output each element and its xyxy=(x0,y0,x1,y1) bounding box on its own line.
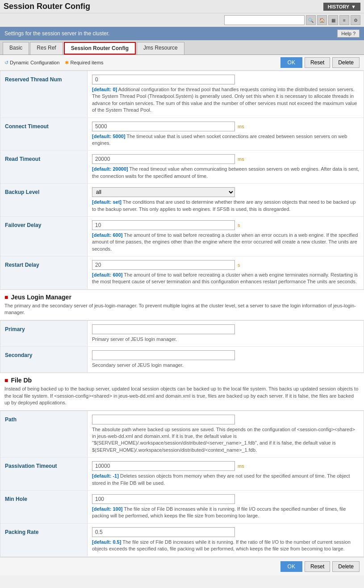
input-path[interactable] xyxy=(92,415,235,424)
row-primary: Primary Primary server of JEUS login man… xyxy=(0,321,364,347)
history-label: HISTORY xyxy=(328,4,349,9)
desc-min-hole: [default: 100] The file size of File DB … xyxy=(92,506,359,520)
content-secondary: Secondary server of JEUS login manager. xyxy=(88,347,364,372)
desc-path: The absolute path where backed up sessio… xyxy=(92,426,359,454)
content-packing-rate: [default: 0.5] The file size of File DB … xyxy=(88,524,364,556)
input-row-primary xyxy=(92,324,359,334)
dynamic-icon: ↺ xyxy=(4,60,8,65)
delete-button-bottom[interactable]: Delete xyxy=(332,561,360,572)
input-packing-rate[interactable] xyxy=(92,527,235,537)
content-read-timeout: ms [default: 20000] The read timeout val… xyxy=(88,151,364,183)
desc-packing-rate: [default: 0.5] The file size of File DB … xyxy=(92,539,359,553)
label-failover-delay: Failover Delay xyxy=(0,217,88,256)
settings-icon[interactable]: ⚙ xyxy=(351,15,360,25)
help-banner-text: Settings for the session server in the c… xyxy=(4,30,109,37)
desc-secondary: Secondary server of JEUS login manager. xyxy=(92,362,359,369)
label-packing-rate: Packing Rate xyxy=(0,524,88,556)
tab-bar: Basic Res Ref Session Router Config Jms … xyxy=(0,40,364,55)
content-min-hole: [default: 100] The file size of File DB … xyxy=(88,491,364,523)
section-title-jeus: ■ Jeus Login Manager xyxy=(4,294,360,301)
config-section-jeus: Primary Primary server of JEUS login man… xyxy=(0,320,364,374)
content-failover-delay: s [default: 600] The amount of time to w… xyxy=(88,217,364,256)
label-read-timeout: Read Timeout xyxy=(0,151,88,183)
history-button[interactable]: HISTORY ▼ xyxy=(323,3,360,11)
tab-res-ref[interactable]: Res Ref xyxy=(30,42,63,55)
input-row-path xyxy=(92,415,359,424)
list-icon[interactable]: ≡ xyxy=(339,15,349,25)
required-items-label: ✱ Required items xyxy=(65,60,103,66)
ok-button-top[interactable]: OK xyxy=(280,57,302,68)
action-left: ↺ Dynamic Configuration ✱ Required items xyxy=(4,60,103,66)
desc-passivation-timeout: [default: -1] Deletes session objects fr… xyxy=(92,473,359,487)
help-label: Help xyxy=(341,31,351,36)
content-connect-timeout: ms [default: 5000] The timeout value tha… xyxy=(88,118,364,151)
row-packing-rate: Packing Rate [default: 0.5] The file siz… xyxy=(0,524,364,557)
search-icon[interactable]: 🔍 xyxy=(306,15,316,25)
row-failover-delay: Failover Delay s [default: 600] The amou… xyxy=(0,217,364,256)
input-passivation-timeout[interactable] xyxy=(92,461,235,471)
desc-backup-level: [default: set] The conditions that are u… xyxy=(92,199,359,213)
input-row-connect: ms xyxy=(92,122,359,131)
help-icon: ? xyxy=(353,31,356,36)
input-secondary[interactable] xyxy=(92,350,235,360)
content-restart-delay: s [default: 600] The amount of time to w… xyxy=(88,256,364,289)
desc-read-timeout: [default: 20000] The read timeout value … xyxy=(92,166,359,180)
section-icon-jeus: ■ xyxy=(4,294,8,301)
unit-restart-delay: s xyxy=(238,262,240,268)
section-file-db: ■ File Db Instead of being backed up to … xyxy=(0,373,364,410)
home-icon[interactable]: 🏠 xyxy=(317,15,327,25)
input-failover-delay[interactable] xyxy=(92,220,235,230)
section-jeus-login-manager: ■ Jeus Login Manager The primary and the… xyxy=(0,290,364,320)
label-backup-level: Backup Level xyxy=(0,184,88,216)
input-connect-timeout[interactable] xyxy=(92,122,235,131)
row-passivation-timeout: Passivation Timeout ms [default: -1] Del… xyxy=(0,458,364,491)
row-read-timeout: Read Timeout ms [default: 20000] The rea… xyxy=(0,151,364,184)
history-arrow: ▼ xyxy=(351,4,356,9)
input-row-passivation: ms xyxy=(92,461,359,471)
unit-passivation: ms xyxy=(238,463,244,469)
input-row-secondary xyxy=(92,350,359,360)
tab-session-router-config[interactable]: Session Router Config xyxy=(64,42,136,55)
help-button[interactable]: Help ? xyxy=(337,29,360,38)
dynamic-config-label: ↺ Dynamic Configuration xyxy=(4,60,59,66)
input-row-restart: s xyxy=(92,260,359,270)
tab-basic[interactable]: Basic xyxy=(3,42,29,55)
input-row-packing-rate xyxy=(92,527,359,537)
desc-connect-timeout: [default: 5000] The timeout value that i… xyxy=(92,133,359,147)
tab-jms-resource[interactable]: Jms Resource xyxy=(137,42,184,55)
help-banner: Settings for the session server in the c… xyxy=(0,27,364,40)
input-restart-delay[interactable] xyxy=(92,260,235,270)
label-secondary: Secondary xyxy=(0,347,88,372)
config-section-filedb: Path The absolute path where backed up s… xyxy=(0,411,364,557)
content-path: The absolute path where backed up sessio… xyxy=(88,411,364,458)
label-passivation-timeout: Passivation Timeout xyxy=(0,458,88,490)
grid-icon[interactable]: ▦ xyxy=(328,15,338,25)
unit-failover-delay: s xyxy=(238,223,240,228)
ok-button-bottom[interactable]: OK xyxy=(280,561,302,572)
bottom-bar: OK Reset Delete xyxy=(0,557,364,575)
reset-button-top[interactable]: Reset xyxy=(305,57,330,68)
delete-button-top[interactable]: Delete xyxy=(332,57,360,68)
input-read-timeout[interactable] xyxy=(92,154,235,164)
section-title-filedb: ■ File Db xyxy=(4,377,360,384)
row-restart-delay: Restart Delay s [default: 600] The amoun… xyxy=(0,256,364,290)
action-right: OK Reset Delete xyxy=(280,57,360,68)
action-bar: ↺ Dynamic Configuration ✱ Required items… xyxy=(0,55,364,71)
select-backup-level[interactable]: all set none xyxy=(92,187,235,197)
label-connect-timeout: Connect Timeout xyxy=(0,118,88,151)
label-restart-delay: Restart Delay xyxy=(0,256,88,289)
input-row-read: ms xyxy=(92,154,359,164)
input-min-hole[interactable] xyxy=(92,494,235,504)
row-reserved-thread-num: Reserved Thread Num [default: 0] Additio… xyxy=(0,71,364,118)
unit-connect-timeout: ms xyxy=(238,124,244,129)
search-input[interactable] xyxy=(224,15,305,25)
reset-button-bottom[interactable]: Reset xyxy=(305,561,330,572)
input-row-reserved xyxy=(92,75,359,84)
desc-primary: Primary server of JEUS login manager. xyxy=(92,336,359,343)
input-reserved-thread-num[interactable] xyxy=(92,75,235,84)
row-backup-level: Backup Level all set none [default: set]… xyxy=(0,184,364,217)
label-min-hole: Min Hole xyxy=(0,491,88,523)
config-section-main: Reserved Thread Num [default: 0] Additio… xyxy=(0,71,364,290)
input-primary[interactable] xyxy=(92,324,235,334)
row-min-hole: Min Hole [default: 100] The file size of… xyxy=(0,491,364,524)
